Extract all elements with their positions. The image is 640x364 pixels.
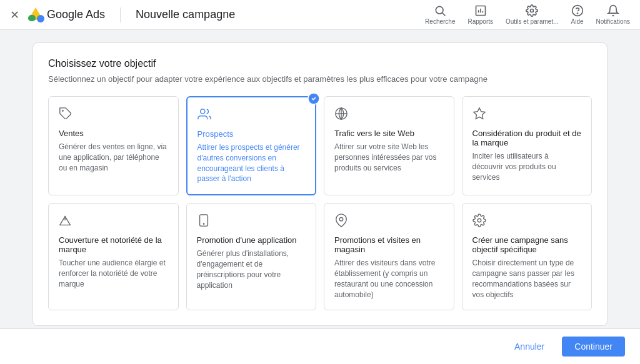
prospects-desc: Attirer les prospects et générer d'autre… — [198, 142, 306, 184]
prospects-title: Prospects — [198, 129, 306, 139]
ventes-title: Ventes — [59, 129, 168, 138]
couverture-title: Couverture et notoriété de la marque — [59, 235, 168, 254]
application-desc: Générer plus d'installations, d'engageme… — [197, 248, 306, 290]
trafic-desc: Attirer sur votre site Web les personnes… — [334, 142, 444, 173]
rapports-nav-item[interactable]: Rapports — [468, 4, 493, 25]
svg-line-4 — [442, 13, 446, 16]
couverture-desc: Toucher une audience élargie et renforce… — [59, 258, 168, 289]
continue-button[interactable]: Continuer — [562, 337, 625, 357]
search-nav-label: Recherche — [425, 18, 455, 25]
prospects-icon — [198, 107, 306, 123]
svg-point-1 — [37, 15, 44, 22]
svg-rect-2 — [28, 15, 36, 21]
objective-trafic[interactable]: Trafic vers le site Web Attirer sur votr… — [324, 96, 454, 195]
aide-icon — [571, 4, 584, 17]
header-right: Recherche Rapports Outils et paramet... … — [425, 4, 630, 25]
svg-point-24 — [478, 219, 481, 222]
notifications-nav-item[interactable]: Notifications — [596, 4, 630, 25]
promotions-desc: Attirer des visiteurs dans votre établis… — [334, 258, 444, 300]
svg-point-23 — [339, 218, 343, 222]
google-ads-logo-icon — [27, 6, 44, 24]
objective-promotions[interactable]: Promotions et visites en magasin Attirer… — [324, 203, 454, 310]
objective-card: Choisissez votre objectif Sélectionnez u… — [32, 42, 608, 326]
application-title: Promotion d'une application — [197, 235, 306, 245]
rapports-nav-label: Rapports — [468, 18, 493, 25]
aide-nav-label: Aide — [571, 18, 584, 25]
svg-point-3 — [436, 6, 444, 14]
brand-label: Google Ads — [47, 8, 105, 21]
close-button[interactable]: ✕ — [10, 8, 19, 22]
header-divider — [120, 7, 121, 22]
prospects-check — [308, 92, 320, 105]
objective-consideration[interactable]: Considération du produit et de la marque… — [462, 96, 592, 195]
ventes-desc: Générer des ventes en ligne, via une app… — [59, 142, 168, 173]
header-left: ✕ Google Ads Nouvelle campagne — [10, 6, 235, 24]
outils-nav-item[interactable]: Outils et paramet... — [506, 4, 558, 25]
consideration-title: Considération du produit et de la marque — [472, 129, 582, 147]
main-content: Choisissez votre objectif Sélectionnez u… — [20, 30, 620, 364]
objective-prospects[interactable]: Prospects Attirer les prospects et génér… — [186, 96, 317, 195]
notifications-icon — [607, 4, 619, 17]
objective-application[interactable]: Promotion d'une application Générer plus… — [186, 203, 317, 310]
svg-point-9 — [531, 9, 534, 12]
application-icon — [197, 214, 306, 229]
search-icon — [434, 4, 446, 17]
header: ✕ Google Ads Nouvelle campagne Recherche… — [0, 0, 640, 30]
ventes-icon — [59, 107, 168, 122]
objective-ventes[interactable]: Ventes Générer des ventes en ligne, via … — [48, 96, 179, 195]
aide-nav-item[interactable]: Aide — [571, 4, 584, 25]
sans-objectif-title: Créer une campagne sans objectif spécifi… — [472, 235, 582, 254]
consideration-icon — [472, 107, 582, 122]
svg-point-14 — [200, 109, 204, 114]
consideration-desc: Inciter les utilisateurs à découvrir vos… — [472, 151, 582, 182]
sans-objectif-desc: Choisir directement un type de campagne … — [472, 258, 582, 300]
outils-icon — [526, 4, 538, 17]
notifications-nav-label: Notifications — [596, 18, 630, 25]
page-title: Nouvelle campagne — [136, 8, 235, 21]
footer: Annuler Continuer — [0, 328, 640, 364]
cancel-button[interactable]: Annuler — [504, 337, 554, 357]
trafic-icon — [334, 107, 444, 122]
promotions-title: Promotions et visites en magasin — [334, 235, 444, 254]
objective-section-title: Choisissez votre objectif — [48, 58, 592, 69]
sans-objectif-icon — [472, 214, 582, 229]
objective-section-subtitle: Sélectionnez un objectif pour adapter vo… — [48, 74, 592, 84]
rapports-icon — [474, 4, 487, 17]
search-nav-item[interactable]: Recherche — [425, 4, 455, 25]
svg-marker-18 — [473, 108, 484, 119]
trafic-title: Trafic vers le site Web — [334, 129, 444, 138]
objectives-grid: Ventes Générer des ventes en ligne, via … — [48, 96, 592, 310]
promotions-icon — [334, 214, 444, 229]
objective-sans-objectif[interactable]: Créer une campagne sans objectif spécifi… — [462, 203, 592, 310]
header-logo: Google Ads — [27, 6, 105, 24]
outils-nav-label: Outils et paramet... — [506, 18, 558, 25]
objective-couverture[interactable]: Couverture et notoriété de la marque Tou… — [48, 203, 179, 310]
couverture-icon — [59, 214, 168, 229]
